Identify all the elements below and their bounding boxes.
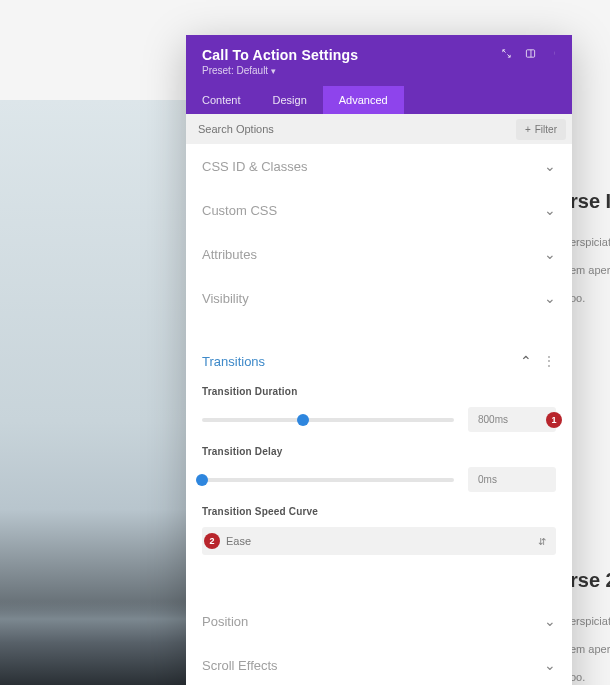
select-value: Ease xyxy=(226,535,251,547)
duration-slider[interactable] xyxy=(202,418,454,422)
transitions-content: Transition Duration 800ms 1 Transition D… xyxy=(202,384,556,581)
section-label: Attributes xyxy=(202,247,257,262)
chevron-down-icon: ⌄ xyxy=(544,657,556,673)
bg-para: em aperi xyxy=(570,638,610,660)
chevron-down-icon: ▾ xyxy=(271,66,276,76)
select-arrow-icon: ⇵ xyxy=(538,536,546,547)
filter-button[interactable]: + Filter xyxy=(516,119,566,140)
section-label: CSS ID & Classes xyxy=(202,159,307,174)
section-label: Transitions xyxy=(202,354,265,369)
field-label: Transition Duration xyxy=(202,386,556,397)
tab-content[interactable]: Content xyxy=(186,86,257,114)
chevron-down-icon: ⌄ xyxy=(544,158,556,174)
section-attributes[interactable]: Attributes ⌄ xyxy=(202,232,556,276)
search-input[interactable] xyxy=(186,114,510,144)
background-page-content: rse I erspiciati em aperi oo. rse 2 ersp… xyxy=(570,190,610,685)
speed-curve-select[interactable]: Ease xyxy=(202,527,556,555)
section-scroll-effects[interactable]: Scroll Effects ⌄ xyxy=(202,643,556,685)
duration-value[interactable]: 800ms xyxy=(468,407,556,432)
search-bar: + Filter xyxy=(186,114,572,144)
bg-para: erspiciati xyxy=(570,231,610,253)
sections-list: CSS ID & Classes ⌄ Custom CSS ⌄ Attribut… xyxy=(186,144,572,685)
section-transitions[interactable]: Transitions ⌃ ⋮ xyxy=(202,338,556,384)
section-label: Scroll Effects xyxy=(202,658,278,673)
filter-label: Filter xyxy=(535,124,557,135)
tab-design[interactable]: Design xyxy=(257,86,323,114)
section-css-id-classes[interactable]: CSS ID & Classes ⌄ xyxy=(202,144,556,188)
bg-heading-2: rse 2 xyxy=(570,569,610,592)
slider-thumb[interactable] xyxy=(297,414,309,426)
bg-para: em aperi xyxy=(570,259,610,281)
chevron-down-icon: ⌄ xyxy=(544,202,556,218)
chevron-down-icon: ⌄ xyxy=(544,290,556,306)
field-label: Transition Delay xyxy=(202,446,556,457)
settings-panel: Call To Action Settings Preset: Default▾… xyxy=(186,35,572,685)
tab-bar: Content Design Advanced xyxy=(186,86,572,114)
more-icon[interactable]: ⋮ xyxy=(542,353,556,369)
bg-heading-1: rse I xyxy=(570,190,610,213)
annotation-marker-2: 2 xyxy=(204,533,220,549)
section-custom-css[interactable]: Custom CSS ⌄ xyxy=(202,188,556,232)
preset-selector[interactable]: Preset: Default▾ xyxy=(202,65,556,76)
svg-point-3 xyxy=(554,53,555,54)
plus-icon: + xyxy=(525,124,531,135)
section-label: Custom CSS xyxy=(202,203,277,218)
section-visibility[interactable]: Visibility ⌄ xyxy=(202,276,556,320)
bg-para: erspiciati xyxy=(570,610,610,632)
bg-para: oo. xyxy=(570,666,610,685)
chevron-down-icon: ⌄ xyxy=(544,613,556,629)
chevron-down-icon: ⌄ xyxy=(544,246,556,262)
slider-thumb[interactable] xyxy=(196,474,208,486)
field-transition-delay: Transition Delay 0ms xyxy=(202,446,556,492)
chevron-up-icon: ⌃ xyxy=(520,353,532,369)
annotation-marker-1: 1 xyxy=(546,412,562,428)
svg-point-4 xyxy=(554,54,555,55)
tab-advanced[interactable]: Advanced xyxy=(323,86,404,114)
more-icon[interactable] xyxy=(548,47,560,59)
expand-icon[interactable] xyxy=(500,47,512,59)
section-label: Visibility xyxy=(202,291,249,306)
svg-point-2 xyxy=(554,52,555,53)
preset-label: Preset: Default xyxy=(202,65,268,76)
field-label: Transition Speed Curve xyxy=(202,506,556,517)
bg-para: oo. xyxy=(570,287,610,309)
field-transition-duration: Transition Duration 800ms 1 xyxy=(202,386,556,432)
panel-header: Call To Action Settings Preset: Default▾ xyxy=(186,35,572,86)
section-position[interactable]: Position ⌄ xyxy=(202,599,556,643)
field-transition-speed-curve: Transition Speed Curve 2 Ease ⇵ xyxy=(202,506,556,555)
section-label: Position xyxy=(202,614,248,629)
delay-slider[interactable] xyxy=(202,478,454,482)
delay-value[interactable]: 0ms xyxy=(468,467,556,492)
panel-toggle-icon[interactable] xyxy=(524,47,536,59)
